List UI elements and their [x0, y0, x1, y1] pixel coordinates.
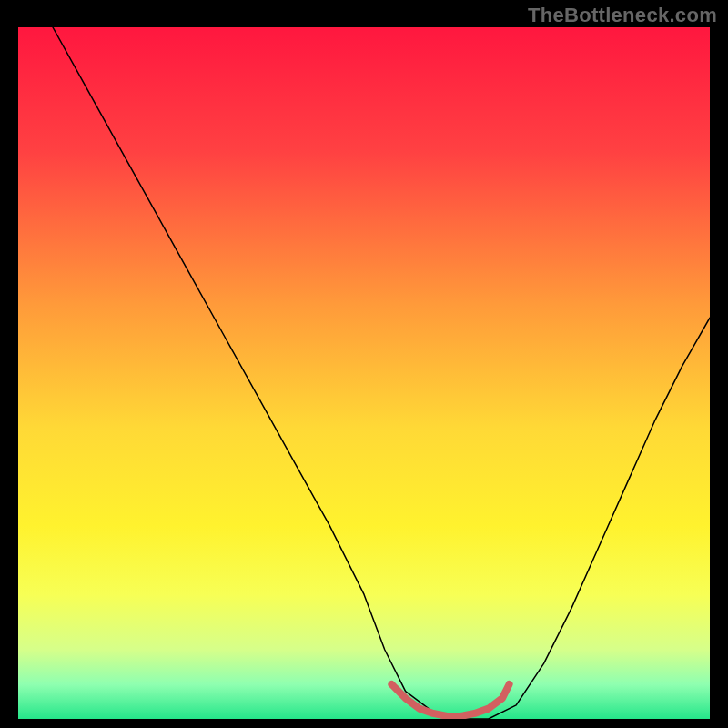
gradient-background	[18, 27, 710, 719]
watermark-text: TheBottleneck.com	[528, 4, 717, 27]
chart-svg	[18, 27, 710, 719]
chart-frame: TheBottleneck.com	[0, 0, 728, 728]
plot-area	[18, 27, 710, 719]
